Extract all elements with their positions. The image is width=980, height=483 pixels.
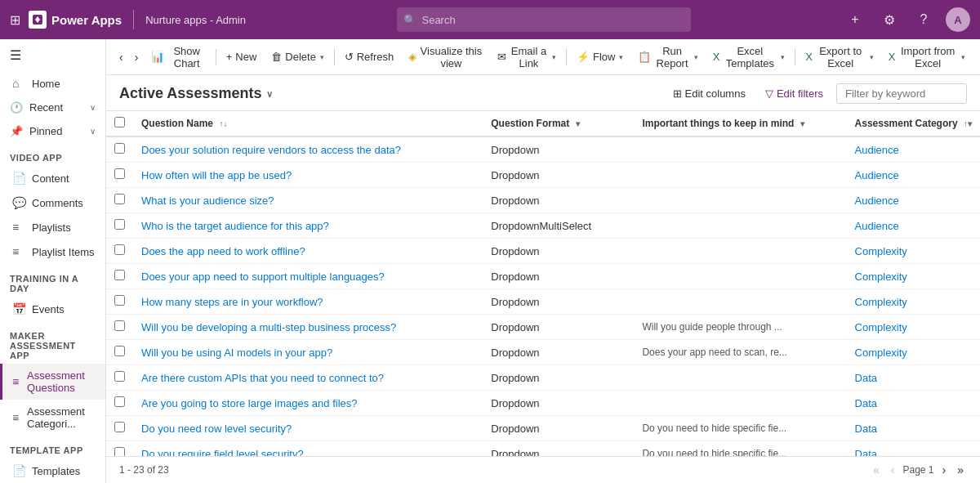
question-link-0[interactable]: Does your solution require vendors to ac… — [141, 144, 401, 156]
sidebar-item-comments[interactable]: 💬 Comments — [0, 190, 105, 215]
delete-button[interactable]: 🗑 Delete ▾ — [265, 44, 331, 70]
apps-grid-icon[interactable]: ⊞ — [10, 12, 20, 28]
question-name-header[interactable]: Question Name ↑↓ — [133, 111, 483, 136]
show-chart-button[interactable]: 📊 Show Chart — [145, 44, 212, 70]
row-checkbox-3[interactable] — [114, 219, 125, 230]
sidebar-item-playlist-items[interactable]: ≡ Playlist Items — [0, 239, 105, 264]
sidebar: ☰ ⌂ Home 🕐 Recent ∨ 📌 Pinned ∨ Video app… — [0, 39, 106, 483]
table-row: Will you be using AI models in your app?… — [106, 340, 980, 365]
important-things-sort[interactable]: ▾ — [800, 119, 804, 128]
excel-templates-button[interactable]: X Excel Templates ▾ — [706, 44, 792, 70]
row-checkbox-4[interactable] — [114, 244, 125, 255]
nav-back-button[interactable]: ‹ — [114, 44, 128, 70]
add-button[interactable]: + — [843, 7, 867, 32]
important-things-header[interactable]: Important things to keep in mind ▾ — [634, 111, 846, 136]
filter-keyword-input[interactable] — [836, 83, 967, 104]
table-row: Do you need row level security? Dropdown… — [106, 416, 980, 441]
nav-forward-button[interactable]: › — [130, 44, 144, 70]
question-link-5[interactable]: Does your app need to support multiple l… — [141, 271, 385, 283]
export-excel-button[interactable]: X Export to Excel ▾ — [799, 44, 880, 70]
category-cell-1[interactable]: Audience — [847, 163, 980, 188]
question-link-2[interactable]: What is your audience size? — [141, 195, 274, 207]
sidebar-item-home[interactable]: ⌂ Home — [0, 71, 105, 96]
select-all-checkbox[interactable] — [114, 117, 125, 127]
export-chevron: ▾ — [870, 53, 874, 61]
category-cell-3[interactable]: Audience — [847, 213, 980, 239]
search-icon: 🔍 — [403, 14, 416, 26]
edit-filters-button[interactable]: ▽ Edit filters — [759, 84, 830, 103]
page-last-button[interactable]: » — [954, 462, 967, 478]
format-cell-11: Dropdown — [483, 416, 634, 441]
question-link-4[interactable]: Does the app need to work offline? — [141, 245, 305, 257]
row-checkbox-7[interactable] — [114, 320, 125, 331]
help-icon[interactable]: ? — [911, 7, 936, 32]
category-cell-5[interactable]: Complexity — [847, 264, 980, 289]
category-cell-8[interactable]: Complexity — [847, 340, 980, 365]
sidebar-item-events[interactable]: 📅 Events — [0, 297, 105, 321]
flow-icon: ⚡ — [577, 51, 590, 63]
question-link-9[interactable]: Are there custom APIs that you need to c… — [141, 372, 384, 384]
sidebar-item-templates[interactable]: 📄 Templates — [0, 458, 105, 483]
row-checkbox-5[interactable] — [114, 270, 125, 280]
sidebar-item-assessment-questions[interactable]: ≡ Assessment Questions — [0, 364, 105, 400]
page-first-button[interactable]: « — [870, 462, 883, 478]
sidebar-label-events: Events — [32, 303, 65, 315]
category-cell-9[interactable]: Data — [847, 365, 980, 391]
category-cell-10[interactable]: Data — [847, 391, 980, 416]
row-checkbox-12[interactable] — [114, 447, 125, 456]
import-excel-button[interactable]: X Import from Excel ▾ — [882, 44, 972, 70]
settings-icon[interactable]: ⚙ — [877, 7, 902, 32]
sidebar-item-pinned[interactable]: 📌 Pinned ∨ — [0, 119, 105, 143]
question-link-7[interactable]: Will you be developing a multi-step busi… — [141, 321, 396, 333]
row-checkbox-0[interactable] — [114, 143, 125, 154]
flow-button[interactable]: ⚡ Flow ▾ — [570, 44, 630, 70]
sidebar-item-assessment-categories[interactable]: ≡ Assessment Categori... — [0, 400, 105, 436]
run-report-button[interactable]: 📋 Run Report ▾ — [631, 44, 704, 70]
important-cell-7: Will you guide people through ... — [634, 315, 846, 340]
question-link-10[interactable]: Are you going to store large images and … — [141, 397, 358, 409]
question-link-11[interactable]: Do you need row level security? — [141, 423, 292, 435]
refresh-button[interactable]: ↺ Refresh — [338, 44, 401, 70]
avatar[interactable]: A — [946, 7, 970, 32]
question-link-8[interactable]: Will you be using AI models in your app? — [141, 347, 332, 359]
question-link-1[interactable]: How often will the app be used? — [141, 169, 292, 181]
sidebar-item-playlists[interactable]: ≡ Playlists — [0, 215, 105, 239]
sidebar-item-content[interactable]: 📄 Content — [0, 166, 105, 190]
category-cell-0[interactable]: Audience — [847, 136, 980, 163]
page-label: Page 1 — [902, 464, 933, 476]
row-checkbox-11[interactable] — [114, 422, 125, 432]
section-template-app: Template app — [0, 436, 105, 458]
category-cell-6[interactable]: Complexity — [847, 289, 980, 315]
visualize-button[interactable]: ◈ Visualize this view — [402, 44, 488, 70]
category-cell-7[interactable]: Complexity — [847, 315, 980, 340]
category-cell-12[interactable]: Data — [847, 441, 980, 457]
category-cell-2[interactable]: Audience — [847, 188, 980, 213]
email-link-button[interactable]: ✉ Email a Link ▾ — [491, 44, 564, 70]
question-format-header[interactable]: Question Format ▾ — [483, 111, 634, 136]
view-title-chevron[interactable]: ∨ — [266, 89, 273, 100]
row-checkbox-2[interactable] — [114, 194, 125, 204]
sidebar-item-recent[interactable]: 🕐 Recent ∨ — [0, 96, 105, 119]
search-input[interactable] — [397, 7, 691, 32]
question-link-6[interactable]: How many steps are in your workflow? — [141, 296, 323, 308]
page-prev-button[interactable]: ‹ — [888, 462, 898, 478]
row-checkbox-10[interactable] — [114, 396, 125, 407]
category-cell-11[interactable]: Data — [847, 416, 980, 441]
table-row: Do you require field level security? Dro… — [106, 441, 980, 457]
row-checkbox-8[interactable] — [114, 346, 125, 356]
question-link-3[interactable]: Who is the target audience for this app? — [141, 220, 329, 232]
category-cell-4[interactable]: Complexity — [847, 239, 980, 264]
assessment-category-sort[interactable]: ↑▾ — [964, 119, 972, 128]
question-name-sort[interactable]: ↑↓ — [219, 119, 227, 128]
question-format-sort[interactable]: ▾ — [576, 119, 580, 128]
assessment-category-header[interactable]: Assessment Category ↑▾ — [847, 111, 980, 136]
sidebar-toggle[interactable]: ☰ — [0, 39, 105, 71]
row-checkbox-1[interactable] — [114, 168, 125, 179]
new-button[interactable]: + New — [220, 44, 264, 70]
important-cell-8: Does your app need to scan, re... — [634, 340, 846, 365]
row-checkbox-6[interactable] — [114, 295, 125, 306]
edit-columns-button[interactable]: ⊞ Edit columns — [666, 84, 752, 103]
page-next-button[interactable]: › — [939, 462, 950, 478]
row-checkbox-9[interactable] — [114, 371, 125, 382]
question-link-12[interactable]: Do you require field level security? — [141, 448, 304, 457]
